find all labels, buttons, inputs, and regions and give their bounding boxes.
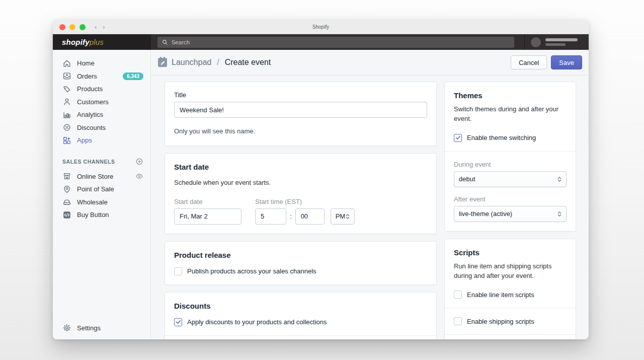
cancel-button[interactable]: Cancel [511, 55, 547, 69]
title-help-text: Only you will see this name. [174, 127, 427, 136]
sidebar-item-label: Discounts [77, 124, 143, 131]
after-event-select[interactable]: live-theme (active) [454, 206, 567, 222]
themes-description: Switch themes during and after your even… [454, 105, 567, 124]
shopify-plus-logo: shopifyplus [62, 38, 104, 46]
sidebar-item-analytics[interactable]: Analytics [53, 108, 150, 121]
analytics-icon [62, 110, 71, 119]
product-release-heading: Product release [174, 251, 427, 259]
wholesale-icon [62, 197, 71, 206]
sidebar-item-label: Customers [77, 98, 143, 106]
select-arrows-icon [557, 177, 561, 182]
sidebar-item-label: Online Store [77, 173, 130, 180]
sidebar: Home Orders 6,343 Products Customers Ana… [53, 50, 151, 339]
buy-button-icon [62, 210, 71, 220]
product-release-card: Product release Publish products across … [165, 241, 437, 285]
products-icon [62, 85, 71, 94]
breadcrumb: Launchpad / Create event [158, 58, 271, 67]
apply-discounts-label: Apply discounts to your products and col… [187, 318, 327, 326]
sidebar-item-label: Point of Sale [77, 185, 143, 193]
start-minute-input[interactable] [295, 208, 325, 225]
start-hour-input[interactable] [255, 208, 286, 225]
sidebar-item-point-of-sale[interactable]: Point of Sale [53, 183, 150, 196]
enable-line-item-scripts-checkbox-row[interactable]: Enable line item scripts [454, 291, 567, 299]
account-menu[interactable] [531, 37, 578, 47]
discounts-icon [62, 123, 71, 132]
orders-count-badge: 6,343 [123, 73, 143, 80]
apps-icon [62, 136, 71, 145]
browser-window: ‹ › Shopify shopifyplus [53, 20, 589, 339]
enable-theme-switching-checkbox-row[interactable]: Enable theme switching [454, 134, 567, 142]
event-title-input[interactable] [174, 102, 427, 118]
start-date-input[interactable] [174, 208, 242, 225]
sidebar-item-label: Settings [77, 324, 143, 332]
page-header: Launchpad / Create event Cancel Save [151, 50, 589, 76]
checkbox-unchecked-icon[interactable] [454, 317, 462, 325]
sidebar-item-online-store[interactable]: Online Store [53, 170, 150, 183]
sidebar-item-label: Wholesale [77, 198, 143, 206]
after-event-label: After event [454, 195, 567, 203]
scripts-heading: Scripts [454, 248, 567, 257]
themes-heading: Themes [454, 91, 567, 100]
during-event-select[interactable]: debut [454, 171, 567, 187]
point-of-sale-icon [62, 185, 71, 194]
title-field-label: Title [174, 91, 427, 99]
titlebar: ‹ › Shopify [53, 20, 589, 34]
logo-area[interactable]: shopifyplus [53, 34, 151, 50]
sidebar-item-discounts[interactable]: Discounts [53, 121, 150, 134]
sidebar-item-buy-button[interactable]: Buy Button [53, 208, 150, 222]
sidebar-item-label: Orders [77, 73, 117, 80]
enable-shipping-scripts-label: Enable shipping scripts [467, 318, 534, 325]
checkbox-unchecked-icon[interactable] [454, 291, 462, 299]
sidebar-item-wholesale[interactable]: Wholesale [53, 196, 150, 209]
sidebar-item-customers[interactable]: Customers [53, 96, 150, 109]
account-name-placeholder [545, 38, 578, 46]
title-card: Title Only you will see this name. [165, 82, 437, 146]
during-event-label: During event [454, 161, 567, 168]
topbar-divider [524, 34, 525, 50]
save-button[interactable]: Save [551, 55, 582, 69]
sidebar-item-settings[interactable]: Settings [53, 322, 150, 335]
sidebar-item-products[interactable]: Products [53, 83, 150, 96]
themes-card: Themes Switch themes during and after yo… [444, 82, 576, 232]
avatar [531, 37, 541, 47]
select-arrows-icon [557, 211, 561, 217]
enable-line-item-scripts-label: Enable line item scripts [467, 291, 534, 299]
breadcrumb-separator: / [217, 58, 219, 67]
enable-shipping-scripts-checkbox-row[interactable]: Enable shipping scripts [454, 317, 567, 325]
view-store-eye-icon[interactable] [135, 172, 143, 180]
window-title: Shopify [53, 24, 589, 30]
gear-icon [62, 323, 71, 332]
sidebar-item-apps[interactable]: Apps [53, 134, 150, 147]
sidebar-item-orders[interactable]: Orders 6,343 [53, 70, 150, 83]
checkbox-checked-icon[interactable] [174, 318, 182, 326]
during-event-value: debut [459, 175, 475, 183]
search-icon [162, 39, 168, 45]
customers-icon [62, 97, 71, 106]
page-scroll-area[interactable]: Title Only you will see this name. Start… [151, 76, 589, 339]
sidebar-item-label: Home [77, 59, 143, 67]
meridiem-select[interactable]: PM [331, 208, 355, 225]
start-date-label: Start date [174, 198, 242, 205]
select-arrows-icon [346, 214, 350, 219]
add-channel-icon[interactable] [135, 158, 143, 166]
breadcrumb-launchpad-link[interactable]: Launchpad [172, 58, 211, 67]
sidebar-item-label: Apps [77, 136, 143, 144]
apply-discounts-checkbox-row[interactable]: Apply discounts to your products and col… [174, 318, 427, 326]
publish-products-label: Publish products across your sales chann… [187, 267, 316, 275]
publish-products-checkbox-row[interactable]: Publish products across your sales chann… [174, 267, 427, 275]
checkbox-unchecked-icon[interactable] [174, 267, 182, 275]
search-bar[interactable] [157, 37, 514, 48]
start-date-card: Start date Schedule when your event star… [165, 153, 437, 234]
start-time-label: Start time (EST) [255, 198, 355, 205]
sidebar-item-home[interactable]: Home [53, 57, 150, 70]
checkbox-checked-icon[interactable] [454, 134, 462, 142]
scripts-card: Scripts Run line item and shipping scrip… [444, 239, 576, 339]
time-colon: : [290, 212, 292, 220]
sidebar-item-label: Analytics [77, 111, 143, 118]
discounts-card: Discounts Apply discounts to your produc… [165, 292, 437, 339]
scripts-description: Run line item and shipping scripts durin… [454, 262, 567, 281]
sales-channels-label: SALES CHANNELS [62, 159, 135, 165]
search-input[interactable] [172, 39, 510, 45]
home-icon [62, 59, 71, 68]
online-store-icon [62, 172, 71, 181]
